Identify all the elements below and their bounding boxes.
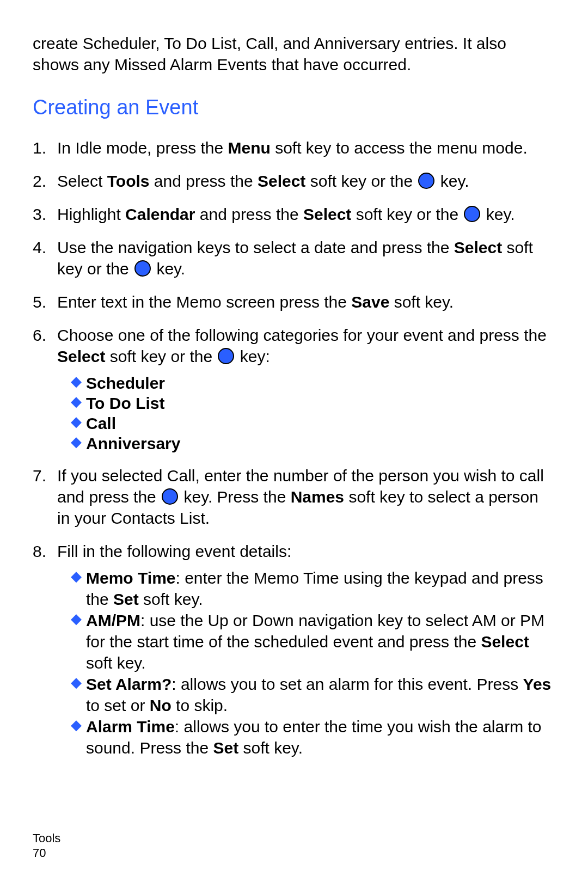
text: Choose one of the following categories f… — [57, 326, 547, 344]
text: and press the — [195, 205, 303, 223]
text: Fill in the following event details: — [57, 542, 291, 560]
text: In Idle mode, press the — [57, 139, 228, 157]
bold-text: Yes — [523, 675, 552, 693]
intro-paragraph: create Scheduler, To Do List, Call, and … — [33, 33, 555, 75]
step-7: If you selected Call, enter the number o… — [33, 465, 555, 529]
bold-text: Names — [291, 488, 344, 506]
ok-key-icon — [464, 206, 480, 222]
category-label: Scheduler — [86, 374, 165, 392]
detail-item: Alarm Time: allows you to enter the time… — [71, 716, 555, 758]
category-item: Call — [71, 413, 555, 434]
category-label: Anniversary — [86, 434, 180, 452]
steps-list: In Idle mode, press the Menu soft key to… — [33, 137, 555, 758]
category-item: Anniversary — [71, 433, 555, 454]
bold-text: Select — [258, 172, 305, 190]
step-8: Fill in the following event details: Mem… — [33, 541, 555, 758]
bold-text: Select — [454, 238, 502, 256]
ok-key-icon — [162, 488, 178, 505]
text: soft key or the — [351, 205, 463, 223]
bold-text: Memo Time — [86, 569, 176, 587]
step-4: Use the navigation keys to select a date… — [33, 237, 555, 279]
bold-text: Select — [481, 633, 529, 651]
bold-text: Set — [113, 590, 139, 608]
detail-item: AM/PM: use the Up or Down navigation key… — [71, 610, 555, 673]
text: to skip. — [171, 696, 228, 714]
step-1: In Idle mode, press the Menu soft key to… — [33, 137, 555, 158]
step-2: Select Tools and press the Select soft k… — [33, 170, 555, 192]
bold-text: Alarm Time — [86, 718, 175, 736]
category-item: To Do List — [71, 393, 555, 414]
bold-text: Select — [303, 205, 351, 223]
document-page: create Scheduler, To Do List, Call, and … — [0, 0, 588, 882]
bold-text: Menu — [228, 139, 271, 157]
category-label: To Do List — [86, 394, 164, 412]
text: soft key. — [139, 590, 203, 608]
step-5: Enter text in the Memo screen press the … — [33, 291, 555, 313]
footer-page-number: 70 — [33, 846, 60, 860]
ok-key-icon — [418, 173, 434, 189]
bold-text: AM/PM — [86, 611, 140, 629]
category-label: Call — [86, 414, 116, 432]
text: Highlight — [57, 205, 125, 223]
category-item: Scheduler — [71, 372, 555, 394]
text: : allows you to set an alarm for this ev… — [171, 675, 523, 693]
text: and press the — [150, 172, 258, 190]
text: key: — [235, 347, 270, 365]
text: key. — [152, 260, 185, 278]
text: soft key to access the menu mode. — [271, 139, 528, 157]
bold-text: Tools — [107, 172, 150, 190]
text: Select — [57, 172, 107, 190]
ok-key-icon — [218, 348, 234, 364]
step-6: Choose one of the following categories f… — [33, 324, 555, 454]
category-list: Scheduler To Do List Call Anniversary — [71, 372, 555, 454]
page-footer: Tools 70 — [33, 831, 60, 860]
section-heading: Creating an Event — [33, 94, 555, 121]
detail-item: Memo Time: enter the Memo Time using the… — [71, 567, 555, 610]
detail-item: Set Alarm?: allows you to set an alarm f… — [71, 673, 555, 716]
text: Enter text in the Memo screen press the — [57, 293, 351, 311]
step-3: Highlight Calendar and press the Select … — [33, 204, 555, 225]
ok-key-icon — [134, 260, 151, 277]
text: soft key. — [389, 293, 454, 311]
text: key. — [436, 172, 469, 190]
footer-section: Tools — [33, 831, 60, 846]
text: key. — [481, 205, 514, 223]
bold-text: Set — [213, 739, 238, 757]
text: to set or — [86, 696, 150, 714]
bold-text: Save — [351, 293, 389, 311]
details-list: Memo Time: enter the Memo Time using the… — [71, 567, 555, 758]
bold-text: No — [150, 696, 171, 714]
text: soft key or the — [305, 172, 417, 190]
text: : use the Up or Down navigation key to s… — [86, 611, 544, 651]
text: soft key. — [86, 654, 145, 672]
text: key. Press the — [179, 488, 291, 506]
bold-text: Set Alarm? — [86, 675, 171, 693]
bold-text: Calendar — [125, 205, 195, 223]
text: soft key. — [238, 739, 303, 757]
text: soft key or the — [105, 347, 217, 365]
bold-text: Select — [57, 347, 105, 365]
text: Use the navigation keys to select a date… — [57, 238, 454, 256]
